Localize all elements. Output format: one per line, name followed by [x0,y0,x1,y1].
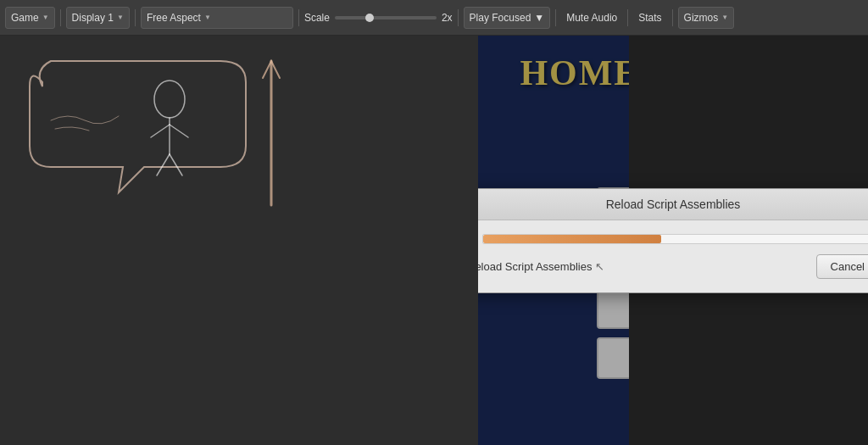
toolbar: Game ▼ Display 1 ▼ Free Aspect ▼ Scale 2… [0,0,868,36]
dialog-title-bar: Reload Script Assemblies [478,189,868,220]
scale-slider-thumb [365,14,374,22]
display-dropdown[interactable]: Display 1 ▼ [66,7,130,29]
scale-slider[interactable] [335,16,437,19]
display-dropdown-arrow: ▼ [117,14,124,21]
svg-line-4 [157,154,170,175]
dialog-title: Reload Script Assemblies [606,197,741,211]
divider-5 [555,9,556,26]
gizmos-arrow: ▼ [721,14,728,21]
svg-point-0 [154,81,185,118]
left-panel [0,36,239,445]
game-dropdown-arrow: ▼ [42,14,49,21]
gizmos-label: Gizmos [684,12,719,24]
dialog-overlay: Reload Script Assemblies Reload Script A… [478,36,868,445]
game-label: Game [11,12,39,24]
scale-label: Scale [304,12,330,24]
scale-area: Scale 2x [304,12,453,24]
svg-line-2 [151,125,170,137]
game-viewport: HOME DEFENSE 🧍 PLAY OPTIONS QUIT Back Re… [478,36,868,445]
aspect-dropdown[interactable]: Free Aspect ▼ [141,7,293,29]
aspect-label: Free Aspect [147,12,201,24]
divider-3 [298,9,299,26]
aspect-dropdown-arrow: ▼ [204,14,211,21]
gizmos-dropdown[interactable]: Gizmos ▼ [678,7,735,29]
mute-audio-button[interactable]: Mute Audio [561,9,622,26]
cursor-indicator: ↖ [595,260,604,273]
scale-value: 2x [442,12,453,24]
character-sketch [0,36,288,290]
play-focused-label: Play Focused [470,12,531,24]
divider-2 [135,9,136,26]
reload-dialog: Reload Script Assemblies Reload Script A… [478,188,868,293]
stats-button[interactable]: Stats [633,9,666,26]
dialog-status-text: Reload Script Assemblies [478,260,592,273]
svg-line-5 [170,154,182,175]
dialog-cancel-button[interactable]: Cancel [816,254,868,279]
svg-line-3 [170,125,188,137]
dialog-status-row: Reload Script Assemblies ↖ Cancel [478,254,868,279]
divider-6 [627,9,628,26]
progress-row [478,234,868,244]
display-label: Display 1 [72,12,114,24]
divider-1 [60,9,61,26]
progress-bar-container [482,234,868,244]
main-area: HOME DEFENSE 🧍 PLAY OPTIONS QUIT Back Re… [0,36,868,445]
dialog-body: Reload Script Assemblies ↖ Cancel [478,220,868,292]
divider-7 [672,9,673,26]
play-focused-dropdown[interactable]: Play Focused ▼ [464,7,551,29]
play-focused-arrow: ▼ [534,12,544,24]
progress-bar-fill [483,235,661,243]
divider-4 [458,9,459,26]
game-dropdown[interactable]: Game ▼ [5,7,55,29]
